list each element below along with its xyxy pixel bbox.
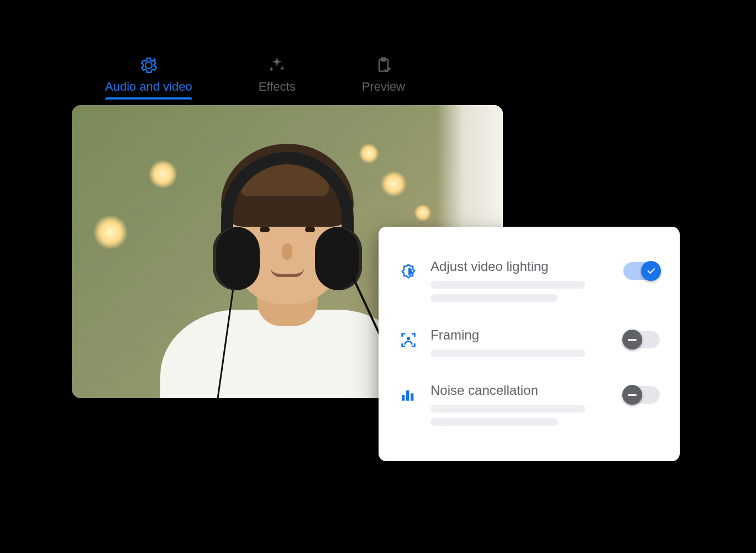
svg-rect-3 (402, 395, 405, 401)
framing-icon (398, 331, 418, 349)
setting-description-placeholder (431, 281, 585, 289)
tab-label: Preview (362, 80, 405, 94)
setting-description-placeholder (431, 405, 585, 413)
tab-effects[interactable]: Effects (259, 55, 296, 100)
setting-description-placeholder (431, 349, 585, 357)
setting-title: Framing (431, 327, 611, 343)
setting-description-placeholder (431, 418, 558, 426)
tab-audio-and-video[interactable]: Audio and video (105, 55, 192, 100)
clipboard-check-icon (374, 55, 393, 75)
setting-noise-cancellation: Noise cancellation (398, 373, 660, 441)
setting-framing: Framing (398, 317, 660, 373)
setting-adjust-video-lighting: Adjust video lighting (398, 249, 660, 317)
setting-title: Noise cancellation (431, 383, 611, 398)
brightness-icon (398, 262, 418, 281)
svg-point-2 (407, 337, 410, 340)
settings-tabs: Audio and video Effects Preview (72, 55, 680, 100)
sparkles-icon (267, 55, 287, 75)
equalizer-icon (398, 386, 418, 404)
toggle-noise-cancellation[interactable] (623, 386, 660, 404)
gear-sparkle-icon (139, 55, 159, 75)
setting-description-placeholder (431, 294, 558, 302)
audio-video-settings-panel: Adjust video lighting Framing (379, 227, 680, 461)
tab-label: Effects (259, 80, 296, 94)
toggle-adjust-video-lighting[interactable] (623, 262, 660, 280)
tab-label: Audio and video (105, 80, 192, 94)
svg-rect-5 (411, 393, 413, 400)
tab-preview[interactable]: Preview (362, 55, 405, 100)
setting-title: Adjust video lighting (431, 259, 611, 274)
toggle-framing[interactable] (623, 331, 660, 348)
svg-rect-4 (406, 390, 409, 401)
